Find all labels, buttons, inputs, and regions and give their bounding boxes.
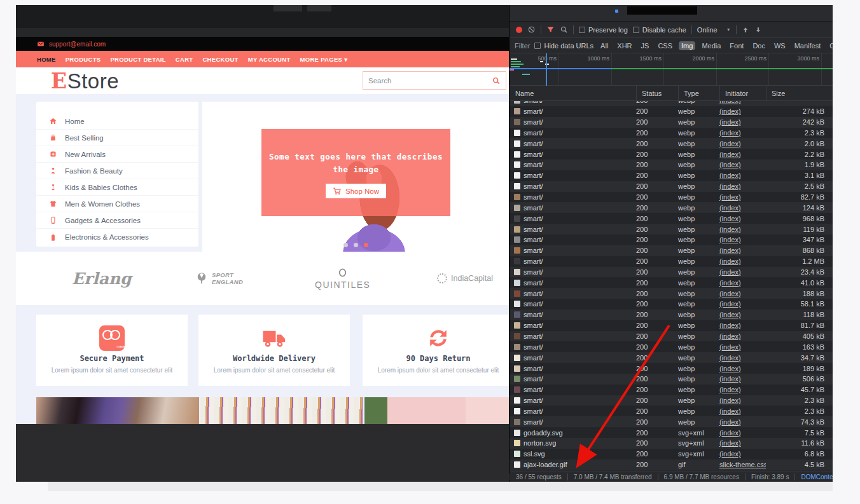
request-row[interactable]: smart/ 200 webp (index) 119 kB — [510, 224, 833, 235]
request-row[interactable]: smart/ 200 webp (index) 118 kB — [510, 310, 833, 320]
support-email-link[interactable]: support@email.com — [49, 41, 106, 48]
request-initiator-link[interactable]: (index) — [719, 418, 766, 426]
category-photo-brushes[interactable] — [200, 397, 363, 424]
carousel-dot[interactable] — [354, 243, 358, 247]
request-initiator-link[interactable]: (index) — [719, 332, 766, 340]
request-row[interactable]: smart/ 200 webp (index) 1.2 MB — [510, 256, 833, 267]
nav-item[interactable]: CHECKOUT — [202, 56, 238, 63]
request-row[interactable]: smart/ 200 webp (index) 188 kB — [510, 288, 833, 299]
request-row[interactable]: smart/ 200 webp (index) 34.7 kB — [510, 352, 833, 363]
request-row[interactable]: smart/ 200 webp (index) 242 kB — [510, 117, 833, 128]
request-row[interactable]: smart/ 200 webp (index) 2.2 kB — [510, 149, 833, 160]
request-row[interactable]: smart/ 200 webp (index) 45.7 kB — [510, 385, 833, 395]
sidebar-category-item[interactable]: Fashion & Beauty — [36, 163, 198, 179]
request-row[interactable]: norton.svg 200 svg+xml (index) 11.6 kB — [510, 438, 833, 449]
request-row[interactable]: smart/ 200 webp (index) 405 kB — [510, 331, 833, 342]
request-initiator-link[interactable]: (index) — [719, 397, 766, 404]
column-header[interactable]: Status — [636, 86, 678, 101]
request-row[interactable]: smart/ 200 webp (index) 2.5 kB — [510, 181, 833, 192]
network-overview-timeline[interactable]: 500 ms1000 ms1500 ms2000 ms2500 ms3000 m… — [510, 53, 833, 86]
request-initiator-link[interactable]: (index) — [719, 290, 766, 297]
browser-tab[interactable] — [307, 5, 331, 11]
request-row[interactable]: smart/ 200 webp (index) 82.7 kB — [510, 192, 833, 203]
shop-now-button[interactable]: Shop Now — [326, 184, 386, 198]
request-initiator-link[interactable]: (index) — [719, 257, 766, 265]
request-initiator-link[interactable]: slick-theme.css — [719, 461, 766, 468]
nav-item[interactable]: CART — [176, 56, 193, 63]
carousel-dot-active[interactable] — [364, 243, 368, 247]
request-row[interactable]: smart/ 200 webp (index) 968 kB — [510, 213, 833, 224]
filter-type[interactable]: Media — [699, 41, 723, 50]
request-initiator-link[interactable]: (index) — [719, 182, 766, 190]
filter-type[interactable]: JS — [639, 41, 652, 50]
filter-type[interactable]: CSS — [655, 41, 675, 50]
nav-item[interactable]: MORE PAGES ▾ — [300, 56, 348, 63]
request-initiator-link[interactable]: (index) — [719, 439, 766, 447]
column-header[interactable]: Name — [510, 86, 636, 101]
clear-button[interactable] — [527, 25, 536, 34]
request-row[interactable]: smart/ 200 webp (index) — [510, 101, 833, 106]
request-initiator-link[interactable]: (index) — [719, 204, 766, 212]
filter-type[interactable]: Font — [727, 41, 746, 50]
column-header[interactable]: Size — [766, 86, 833, 101]
column-header[interactable]: Type — [678, 86, 719, 101]
nav-item[interactable]: MY ACCOUNT — [248, 56, 291, 63]
request-initiator-link[interactable]: (index) — [719, 151, 766, 158]
request-initiator-link[interactable]: (index) — [719, 365, 766, 372]
request-row[interactable]: smart/ 200 webp (index) 163 kB — [510, 341, 833, 352]
request-initiator-link[interactable]: (index) — [719, 354, 766, 362]
request-initiator-link[interactable]: (index) — [719, 450, 766, 458]
filter-input[interactable]: Filter — [515, 42, 530, 50]
filter-toggle-icon[interactable] — [546, 25, 555, 34]
request-row[interactable]: smart/ 200 webp (index) 41.0 kB — [510, 277, 833, 288]
request-initiator-link[interactable]: (index) — [719, 429, 766, 437]
sidebar-category-item[interactable]: Best Selling — [36, 130, 198, 146]
request-initiator-link[interactable]: (index) — [719, 107, 766, 115]
filter-type[interactable]: All — [598, 41, 611, 50]
request-row[interactable]: smart/ 200 webp (index) 189 kB — [510, 363, 833, 374]
carousel-dot[interactable] — [343, 243, 348, 247]
sidebar-category-item[interactable]: Electronics & Accessories — [36, 229, 198, 245]
disable-cache-checkbox[interactable]: Disable cache — [633, 26, 686, 34]
request-row[interactable]: smart/ 200 webp (index) 1.9 kB — [510, 160, 833, 170]
request-row[interactable]: smart/ 200 webp (index) 347 kB — [510, 235, 833, 245]
request-row[interactable]: smart/ 200 webp (index) 2.3 kB — [510, 395, 833, 406]
request-initiator-link[interactable]: (index) — [719, 226, 766, 233]
request-row[interactable]: smart/ 200 webp (index) 2.0 kB — [510, 138, 833, 149]
request-row[interactable]: smart/ 200 webp (index) 506 kB — [510, 374, 833, 385]
request-initiator-link[interactable]: (index) — [719, 118, 766, 126]
search-network-icon[interactable] — [560, 25, 568, 34]
estore-logo[interactable]: EStore — [51, 69, 119, 93]
filter-type[interactable]: Doc — [750, 41, 768, 50]
request-initiator-link[interactable]: (index) — [719, 375, 766, 383]
browser-tab[interactable] — [274, 5, 302, 11]
request-initiator-link[interactable]: (index) — [719, 247, 766, 254]
export-har-icon[interactable] — [754, 26, 762, 34]
sidebar-category-item[interactable]: New Arrivals — [36, 146, 198, 163]
request-row[interactable]: smart/ 200 webp (index) 2.3 kB — [510, 405, 833, 416]
request-initiator-link[interactable]: (index) — [719, 129, 766, 137]
request-initiator-link[interactable]: (index) — [719, 161, 766, 168]
request-row[interactable]: smart/ 200 webp (index) 868 kB — [510, 245, 833, 256]
request-initiator-link[interactable]: (index) — [719, 193, 766, 201]
category-photo-people[interactable] — [36, 397, 199, 424]
request-row[interactable]: smart/ 200 webp (index) 3.1 kB — [510, 170, 833, 181]
nav-item[interactable]: PRODUCT DETAIL — [110, 56, 165, 63]
search-icon[interactable] — [492, 76, 501, 85]
request-row[interactable]: ajax-loader.gif 200 gif slick-theme.css … — [510, 460, 833, 470]
throttling-dropdown[interactable]: Online▼ — [697, 26, 731, 34]
hide-data-urls-checkbox[interactable]: Hide data URLs — [534, 42, 593, 50]
preserve-log-checkbox[interactable]: Preserve log — [579, 26, 628, 34]
request-row[interactable]: ssl.svg 200 svg+xml (index) 6.8 kB — [510, 449, 833, 460]
request-initiator-link[interactable]: (index) — [719, 172, 766, 179]
request-initiator-link[interactable]: (index) — [719, 386, 766, 393]
filter-type[interactable]: Other — [827, 41, 833, 50]
request-row[interactable]: smart/ 200 webp (index) 2.3 kB — [510, 128, 833, 139]
request-row[interactable]: smart/ 200 webp (index) 23.4 kB — [510, 267, 833, 278]
nav-item[interactable]: HOME — [37, 56, 56, 63]
request-initiator-link[interactable]: (index) — [719, 279, 766, 287]
nav-item[interactable]: PRODUCTS — [66, 56, 101, 63]
request-initiator-link[interactable]: (index) — [719, 300, 766, 308]
request-initiator-link[interactable]: (index) — [719, 311, 766, 318]
request-row[interactable]: smart/ 200 webp (index) 81.7 kB — [510, 320, 833, 331]
